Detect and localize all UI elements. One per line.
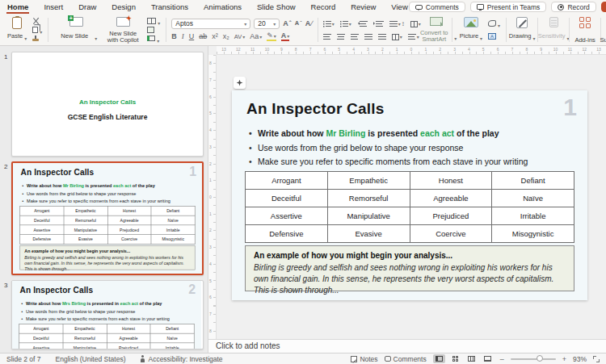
sensitivity-button[interactable]: Sensitivity xyxy=(541,15,566,44)
picture-button[interactable]: Picture xyxy=(457,15,485,44)
table-cell[interactable]: Defiant xyxy=(151,206,195,215)
tab-home[interactable]: Home xyxy=(6,1,29,14)
tab-review[interactable]: Review xyxy=(350,1,377,14)
align-right-button[interactable] xyxy=(351,33,359,40)
current-slide[interactable]: 1 An Inspector Calls Write about how Mr … xyxy=(232,90,587,300)
share-button[interactable]: Share xyxy=(601,2,606,12)
table-cell[interactable]: Remorseful xyxy=(63,333,107,343)
copy-button[interactable] xyxy=(32,26,42,34)
shrink-font-button[interactable]: Aˇ xyxy=(295,20,302,27)
analysis-box[interactable]: An example of how you might begin your a… xyxy=(245,245,574,291)
notes-toggle-button[interactable]: Notes xyxy=(351,355,377,363)
new-slide-button[interactable]: + New Slide xyxy=(53,15,99,44)
tab-view[interactable]: View xyxy=(390,1,408,14)
table-cell[interactable]: Empathetic xyxy=(64,206,107,215)
superscript-button[interactable]: x² xyxy=(212,33,218,40)
fit-to-window-icon[interactable] xyxy=(593,356,600,362)
convert-to-smartart-button[interactable]: Convert to SmartArt xyxy=(424,15,448,44)
slide-show-button[interactable] xyxy=(482,354,494,363)
table-cell[interactable]: Assertive xyxy=(246,207,328,225)
table-cell[interactable]: Misogynistic xyxy=(151,235,195,245)
bold-button[interactable]: B xyxy=(171,33,177,40)
table-cell[interactable]: Irritable xyxy=(492,207,574,225)
distribute-button[interactable] xyxy=(378,33,386,40)
italic-button[interactable]: I xyxy=(182,33,184,40)
table-cell[interactable]: Remorseful xyxy=(64,215,107,225)
character-spacing-button[interactable]: AV xyxy=(234,33,245,40)
numbering-button[interactable] xyxy=(340,20,351,27)
table-cell[interactable]: Arrogant xyxy=(19,324,63,333)
zoom-slider[interactable] xyxy=(511,358,556,360)
drawing-button[interactable]: Drawing xyxy=(510,15,534,44)
table-cell[interactable]: Deceitful xyxy=(19,333,63,343)
copilot-designer-button[interactable] xyxy=(234,77,246,89)
table-cell[interactable]: Deceitful xyxy=(20,215,64,225)
table-cell[interactable]: Defiant xyxy=(492,172,574,190)
text-direction-button[interactable] xyxy=(392,33,402,40)
comments-button[interactable]: Comments xyxy=(409,2,465,12)
record-button[interactable]: Record xyxy=(551,2,595,12)
table-cell[interactable]: Evasive xyxy=(327,225,410,243)
comments-toggle-button[interactable]: Comments xyxy=(385,355,427,363)
align-center-button[interactable] xyxy=(337,33,345,40)
table-cell[interactable]: Empathetic xyxy=(327,172,410,190)
reading-view-button[interactable] xyxy=(465,354,478,363)
grow-font-button[interactable]: Aˆ xyxy=(283,20,292,27)
tab-record[interactable]: Record xyxy=(310,1,337,14)
tab-design[interactable]: Design xyxy=(111,1,137,14)
zoom-percentage[interactable]: 93% xyxy=(573,355,587,363)
table-cell[interactable]: Agreeable xyxy=(107,215,151,225)
tab-draw[interactable]: Draw xyxy=(78,1,97,14)
table-cell[interactable]: Assertive xyxy=(20,225,64,235)
tab-transitions[interactable]: Transitions xyxy=(150,1,189,14)
table-cell[interactable]: Irritable xyxy=(150,343,194,349)
bullet-1[interactable]: Write about how Mr Birling is presented … xyxy=(248,128,566,139)
horizontal-ruler[interactable]: 13121110987654321012345678910111213 xyxy=(217,46,606,55)
table-cell[interactable]: Assertive xyxy=(19,343,63,349)
paste-button[interactable]: Paste xyxy=(5,15,29,44)
decrease-indent-button[interactable] xyxy=(357,20,368,27)
normal-view-button[interactable] xyxy=(433,354,445,363)
table-cell[interactable]: Honest xyxy=(107,324,150,333)
table-cell[interactable]: Prejudiced xyxy=(410,207,492,225)
slide-bullet-list[interactable]: Write about how Mr Birling is presented … xyxy=(248,128,566,171)
table-cell[interactable]: Defiant xyxy=(150,324,194,333)
table-cell[interactable]: Agreeable xyxy=(410,190,492,207)
underline-button[interactable]: U xyxy=(189,33,195,40)
table-cell[interactable]: Naïve xyxy=(492,190,574,207)
font-color-button[interactable]: A xyxy=(281,32,290,41)
subscript-button[interactable]: x₂ xyxy=(223,33,229,40)
table-cell[interactable]: Prejudiced xyxy=(107,225,151,235)
table-cell[interactable]: Irritable xyxy=(151,225,195,235)
zoom-slider-knob[interactable] xyxy=(537,355,543,362)
slide-editing-canvas[interactable]: 13121110987654321012345678910111213 8765… xyxy=(208,46,606,339)
bullet-3[interactable]: Make sure you refer to specific moments … xyxy=(248,157,566,167)
table-cell[interactable]: Evasive xyxy=(64,235,107,245)
table-cell[interactable]: Coercive xyxy=(107,235,151,245)
table-cell[interactable]: Agreeable xyxy=(107,333,150,343)
add-ins-button[interactable]: Add-ins xyxy=(573,15,597,44)
table-cell[interactable]: Honest xyxy=(410,172,492,190)
strikethrough-button[interactable]: ab xyxy=(199,33,207,40)
present-in-teams-button[interactable]: Present in Teams xyxy=(470,2,547,12)
tab-insert[interactable]: Insert xyxy=(43,1,64,14)
shapes-button[interactable] xyxy=(488,19,500,27)
line-spacing-button[interactable] xyxy=(389,20,405,27)
table-cell[interactable]: Manipulative xyxy=(64,225,107,235)
zoom-out-button[interactable] xyxy=(500,355,504,363)
justify-button[interactable] xyxy=(364,33,372,40)
slide-1-thumbnail[interactable]: An Inspector Calls GCSE English Literatu… xyxy=(11,52,204,157)
slide-2-thumbnail-selected[interactable]: 1 An Inspector Calls Write about how Mr … xyxy=(11,161,204,275)
vertical-ruler[interactable]: 87654321012345678 xyxy=(208,55,217,339)
tab-slide-show[interactable]: Slide Show xyxy=(256,1,297,14)
align-left-button[interactable] xyxy=(323,33,331,40)
table-cell[interactable]: Remorseful xyxy=(327,190,410,207)
slide-layout-button[interactable] xyxy=(147,17,160,25)
table-cell[interactable]: Manipulative xyxy=(63,343,107,349)
text-box-button[interactable]: A xyxy=(488,32,500,40)
slide-title[interactable]: An Inspector Calls xyxy=(246,100,384,118)
table-cell[interactable]: Deceitful xyxy=(246,190,328,207)
zoom-in-button[interactable] xyxy=(562,355,566,363)
table-cell[interactable]: Defensive xyxy=(20,235,64,245)
columns-button[interactable] xyxy=(410,20,421,27)
